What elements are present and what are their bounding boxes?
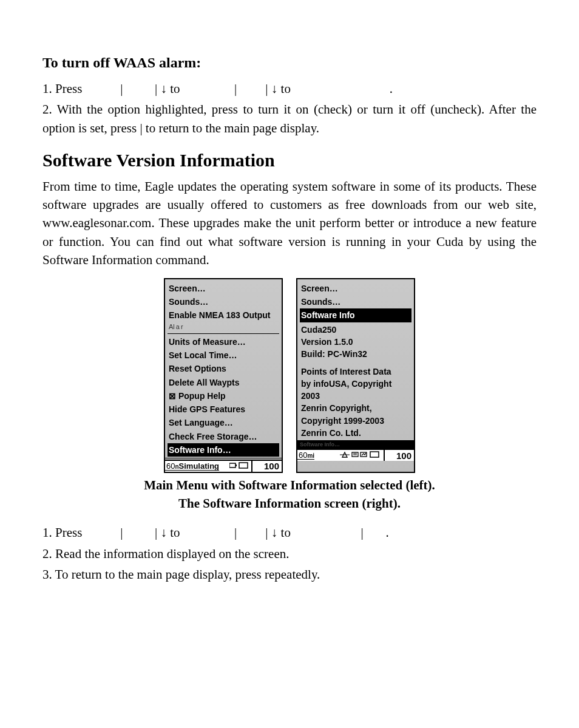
text: 1. Press [42, 525, 86, 540]
status-left: 60mi [297, 451, 314, 460]
separator: | [265, 81, 268, 96]
waas-step-2: 2. With the option highlighted, press to… [42, 100, 537, 137]
separator: | [265, 525, 268, 540]
svg-rect-0 [229, 463, 235, 468]
down-arrow-icon: ↓ [271, 525, 278, 539]
screenshots-row: Screen… Sounds… Enable NMEA 183 Output A… [42, 278, 537, 474]
status-left: 60nSimulating [165, 462, 219, 471]
menu-item[interactable]: Check Free Storage… [168, 430, 279, 443]
sv-step-2: 2. Read the information displayed on the… [42, 545, 537, 563]
info-zenrin-1: Zenrin Copyright, [300, 402, 411, 414]
sv-step-1: 1. Press | | ↓ to | | ↓ to | . [42, 523, 537, 542]
info-poi-3: 2003 [300, 390, 411, 402]
info-build: Build: PC-Win32 [300, 348, 411, 360]
menu-item[interactable]: Delete All Waypts [168, 376, 279, 389]
menu-item[interactable]: Reset Options [168, 362, 279, 375]
separator: | [155, 81, 157, 96]
unit: mi [307, 452, 314, 459]
info-poi-1: Points of Interest Data [300, 366, 411, 378]
text: . [390, 81, 393, 96]
software-version-heading: Software Version Information [42, 147, 537, 174]
menu-item[interactable]: Sounds… [168, 295, 279, 308]
menu-item[interactable]: Units of Measure… [168, 335, 279, 349]
menu-item[interactable]: Set Local Time… [168, 349, 279, 362]
software-version-para: From time to time, Eagle updates the ope… [42, 177, 537, 270]
svg-rect-2 [239, 463, 248, 468]
software-info-screen: Screen… Sounds… Software Info Cuda250 Ve… [296, 278, 415, 474]
document-page: To turn off WAAS alarm: 1. Press | | ↓ t… [0, 0, 579, 728]
info-block: Cuda250 Version 1.5.0 Build: PC-Win32 Po… [297, 322, 414, 441]
status-right: 100 [384, 450, 414, 461]
info-product: Cuda250 [300, 324, 411, 336]
info-zenrin-3: Zenrin Co. Ltd. [300, 427, 411, 439]
separator: | [120, 525, 123, 540]
info-poi-2: by infoUSA, Copyright [300, 378, 411, 390]
status-icons [219, 461, 251, 472]
menu-list: Screen… Sounds… Enable NMEA 183 Output A… [165, 281, 282, 457]
sv-step-3: 3. To return to the main page display, p… [42, 565, 537, 583]
status-bar: 60mi 100 [297, 449, 414, 461]
separator: | [361, 525, 363, 540]
menu-item[interactable]: Set Language… [168, 416, 279, 429]
cut-row: Software Info… [297, 440, 414, 449]
text: to [281, 525, 294, 540]
separator: | [120, 81, 123, 96]
status-mode: Simulating [179, 461, 219, 471]
separator: | [234, 81, 237, 96]
status-right: 100 [251, 461, 282, 472]
down-arrow-icon: ↓ [161, 525, 168, 539]
caption-line-1: Main Menu with Software Information sele… [144, 478, 435, 492]
down-arrow-icon: ↓ [271, 81, 278, 95]
menu-item[interactable]: Hide GPS Features [168, 403, 279, 416]
status-distance: 60 [299, 451, 307, 460]
waas-heading: To turn off WAAS alarm: [42, 52, 537, 73]
text: to [170, 525, 183, 540]
caption-line-2: The Software Information screen (right). [178, 496, 401, 511]
figure-caption: Main Menu with Software Information sele… [42, 477, 537, 512]
selected-software-info[interactable]: Software Info [300, 308, 411, 322]
status-bar: 60nSimulating 100 [165, 460, 282, 472]
svg-rect-9 [370, 452, 379, 457]
separator: | [234, 525, 237, 540]
menu-item-software-info[interactable]: Software Info… [168, 443, 279, 457]
main-menu-screen: Screen… Sounds… Enable NMEA 183 Output A… [164, 278, 283, 474]
status-icons [314, 450, 384, 461]
text: . [385, 525, 388, 540]
text: 1. Press [42, 81, 86, 96]
menu-item[interactable]: ⊠ Popup Help [168, 389, 279, 403]
down-arrow-icon: ↓ [161, 81, 168, 95]
menu-item[interactable]: Screen… [168, 282, 279, 295]
menu-item[interactable]: Sounds… [300, 295, 411, 308]
menu-item-partial: Alar [168, 322, 279, 332]
info-zenrin-2: Copyright 1999-2003 [300, 415, 411, 427]
menu-item[interactable]: Enable NMEA 183 Output [168, 308, 279, 322]
separator: | [155, 525, 157, 540]
menu-top: Screen… Sounds… Software Info [297, 281, 414, 322]
text: to [170, 81, 183, 96]
status-distance: 60 [166, 461, 175, 471]
svg-rect-1 [235, 464, 237, 466]
waas-step-1: 1. Press | | ↓ to | | ↓ to . [42, 80, 537, 98]
info-version: Version 1.5.0 [300, 336, 411, 348]
menu-item[interactable]: Screen… [300, 282, 411, 295]
text: to [281, 81, 294, 96]
